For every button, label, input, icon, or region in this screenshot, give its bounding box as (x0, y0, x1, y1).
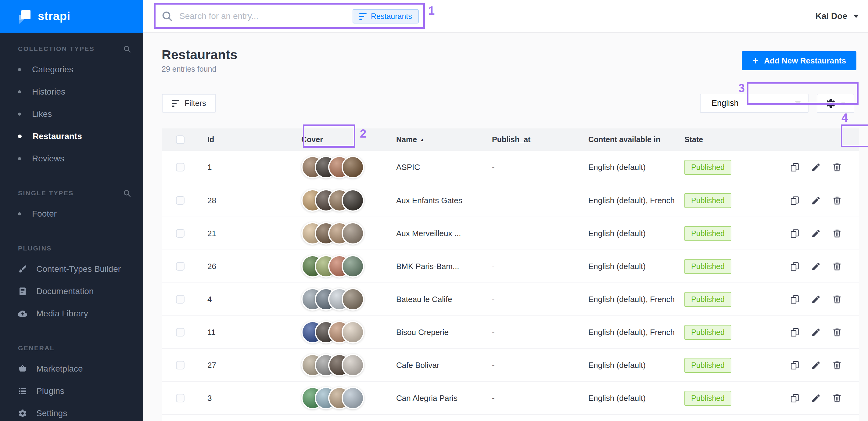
delete-button[interactable] (832, 229, 842, 239)
row-checkbox[interactable] (176, 229, 185, 238)
duplicate-button[interactable] (790, 262, 800, 272)
user-menu[interactable]: Kai Doe (815, 0, 859, 32)
filters-button[interactable]: Filters (162, 94, 216, 113)
search-filter-chip[interactable]: Restaurants (352, 9, 419, 24)
table-row-partial (162, 414, 859, 421)
sidebar-item-label: Settings (36, 409, 67, 418)
edit-button[interactable] (811, 393, 821, 403)
row-checkbox[interactable] (176, 262, 185, 271)
locale-select[interactable]: English (700, 94, 808, 113)
table-header: Id ▲ Cover ▲ Name ▲ Publish_at (162, 128, 859, 151)
sidebar-item[interactable]: Documentation (0, 280, 143, 302)
delete-button[interactable] (832, 393, 842, 403)
column-header[interactable]: State ▲ (684, 135, 785, 144)
select-all-checkbox[interactable] (176, 136, 185, 144)
sidebar-item-label: Footer (32, 209, 57, 219)
sidebar-item[interactable]: Content-Types Builder (0, 258, 143, 280)
table-row[interactable]: 3 Can Alegria Paris - English (default) … (162, 381, 859, 414)
cover-photo (342, 222, 364, 245)
bullet-icon (18, 212, 21, 215)
duplicate-button[interactable] (790, 294, 800, 304)
edit-button[interactable] (811, 294, 821, 304)
duplicate-button[interactable] (790, 196, 800, 206)
column-header[interactable]: Content available in ▲ (588, 135, 684, 144)
row-cover-photos (301, 189, 396, 212)
sidebar-item[interactable]: Histories (0, 81, 143, 103)
edit-button[interactable] (811, 196, 821, 206)
duplicate-button[interactable] (790, 393, 800, 403)
restaurants-table: Id ▲ Cover ▲ Name ▲ Publish_at (162, 128, 859, 421)
row-name: Aux Merveilleux ... (396, 229, 492, 238)
delete-button[interactable] (832, 294, 842, 304)
delete-button[interactable] (832, 360, 842, 370)
status-badge: Published (684, 358, 732, 373)
sidebar-item[interactable]: Footer (0, 203, 143, 225)
sidebar-item-label: Categories (32, 65, 73, 74)
column-header[interactable]: Name ▲ (396, 135, 492, 144)
row-name: Aux Enfants Gates (396, 196, 492, 205)
search-input[interactable] (179, 7, 350, 25)
column-header[interactable]: Cover ▲ (301, 135, 396, 144)
bullet-icon (18, 113, 21, 116)
row-name: ASPIC (396, 162, 492, 172)
sidebar-item[interactable]: Likes (0, 103, 143, 125)
sidebar-item[interactable]: Categories (0, 58, 143, 81)
row-checkbox[interactable] (176, 394, 185, 402)
cover-photo (342, 387, 364, 410)
row-publish-at: - (492, 295, 588, 304)
search-icon[interactable] (123, 45, 131, 53)
edit-button[interactable] (811, 229, 821, 239)
row-id: 28 (207, 196, 301, 205)
sidebar-item[interactable]: Restaurants (0, 125, 143, 147)
row-checkbox[interactable] (176, 196, 185, 205)
duplicate-button[interactable] (790, 327, 800, 337)
sidebar-item[interactable]: Plugins (0, 380, 143, 402)
column-header[interactable]: Publish_at ▲ (492, 135, 588, 144)
sidebar-item[interactable]: Marketplace (0, 358, 143, 380)
sidebar-item[interactable]: Settings (0, 402, 143, 421)
edit-button[interactable] (811, 327, 821, 337)
filter-chip-label: Restaurants (371, 12, 412, 21)
chevron-down-icon (841, 102, 846, 105)
topbar: strapi Restaurants Kai Doe (0, 0, 868, 33)
table-row[interactable]: 4 Bateau le Calife - English (default), … (162, 282, 859, 315)
column-header[interactable]: Id ▲ (207, 135, 301, 144)
view-settings-button[interactable] (817, 94, 854, 113)
brush-icon (18, 265, 27, 274)
table-row[interactable]: 11 Bisou Creperie - English (default), F… (162, 315, 859, 349)
sidebar-section-header: COLLECTION TYPES (0, 43, 143, 54)
duplicate-button[interactable] (790, 229, 800, 239)
sidebar-item-label: Reviews (32, 154, 64, 163)
strapi-logo: strapi (0, 0, 143, 33)
table-row[interactable]: 26 BMK Paris-Bam... - English (default) … (162, 249, 859, 282)
delete-button[interactable] (832, 327, 842, 337)
duplicate-button[interactable] (790, 162, 800, 172)
sidebar-section-label: COLLECTION TYPES (18, 45, 123, 53)
add-new-restaurants-button[interactable]: + Add New Restaurants (742, 51, 857, 70)
row-checkbox[interactable] (176, 163, 185, 172)
sidebar-item[interactable]: Media Library (0, 302, 143, 325)
row-publish-at: - (492, 328, 588, 337)
edit-button[interactable] (811, 360, 821, 370)
search-icon[interactable] (123, 189, 131, 198)
row-id: 27 (207, 361, 301, 370)
edit-button[interactable] (811, 162, 821, 172)
table-row[interactable]: 27 Cafe Bolivar - English (default) Publ… (162, 349, 859, 381)
row-checkbox[interactable] (176, 295, 185, 304)
table-row[interactable]: 28 Aux Enfants Gates - English (default)… (162, 184, 859, 217)
delete-button[interactable] (832, 262, 842, 272)
edit-button[interactable] (811, 262, 821, 272)
row-checkbox[interactable] (176, 361, 185, 369)
row-checkbox[interactable] (176, 328, 185, 336)
table-row[interactable]: 21 Aux Merveilleux ... - English (defaul… (162, 217, 859, 249)
sidebar-section: SINGLE TYPES Footer (0, 188, 143, 225)
row-cover-photos (301, 222, 396, 245)
table-row[interactable]: 1 ASPIC - English (default) Published (162, 151, 859, 184)
row-publish-at: - (492, 394, 588, 403)
delete-button[interactable] (832, 196, 842, 206)
status-badge: Published (684, 193, 732, 208)
delete-button[interactable] (832, 162, 842, 172)
sidebar-item[interactable]: Reviews (0, 147, 143, 170)
duplicate-button[interactable] (790, 360, 800, 370)
row-publish-at: - (492, 229, 588, 238)
